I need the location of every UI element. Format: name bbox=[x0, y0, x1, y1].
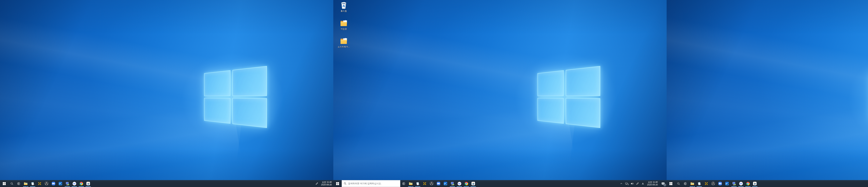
arrows-app-button[interactable] bbox=[421, 180, 428, 187]
ink-workspace-button[interactable] bbox=[314, 180, 319, 187]
chrome-button[interactable] bbox=[463, 180, 470, 187]
chrome-button[interactable] bbox=[78, 180, 85, 187]
taskbar-spacer bbox=[758, 180, 868, 187]
whale-browser-icon bbox=[458, 182, 461, 186]
taskbar-clock[interactable]: 오전 11:402020-09-20 bbox=[319, 180, 333, 187]
network-icon bbox=[625, 182, 628, 185]
desktop-icon-folder-software[interactable]: 소프트웨어... bbox=[335, 37, 352, 48]
folder-icon bbox=[340, 19, 348, 27]
notepad-icon bbox=[698, 182, 701, 186]
obs-studio-icon bbox=[430, 182, 433, 185]
zoom-camera-icon bbox=[52, 182, 55, 185]
triple-monitor-desktop: 오전 11:402020-09-20 bbox=[0, 0, 868, 187]
file-explorer-icon bbox=[24, 182, 28, 186]
desktop-icon-label: 휴지통 bbox=[341, 10, 347, 12]
task-view-button[interactable] bbox=[682, 180, 689, 187]
obs-studio-button[interactable] bbox=[710, 180, 717, 187]
clock-time: 오전 11:40 bbox=[648, 181, 658, 184]
chrome-icon bbox=[80, 182, 83, 185]
chevron-up-icon bbox=[620, 182, 623, 185]
desktop-icon-recycle-bin[interactable]: 휴지통 bbox=[335, 1, 352, 12]
search-icon bbox=[677, 182, 680, 185]
file-explorer-icon bbox=[690, 182, 694, 186]
chrome-icon bbox=[746, 182, 750, 185]
java-app-button[interactable] bbox=[85, 180, 92, 187]
search-button[interactable] bbox=[675, 180, 682, 187]
ink-workspace-button[interactable] bbox=[635, 180, 640, 187]
pen-icon bbox=[636, 182, 639, 185]
notification-badge: 3 bbox=[663, 184, 666, 186]
arrows-app-button[interactable] bbox=[36, 180, 43, 187]
whiteboard-button[interactable] bbox=[57, 180, 64, 187]
desktop-icon-folder-work[interactable]: 작업중 bbox=[335, 19, 352, 30]
yellow-arrows-icon bbox=[705, 182, 708, 185]
wallpaper bbox=[666, 0, 868, 187]
arrows-app-button[interactable] bbox=[703, 180, 710, 187]
file-explorer-button[interactable] bbox=[689, 180, 696, 187]
clock-time: 오전 11:40 bbox=[322, 181, 332, 184]
task-view-button[interactable] bbox=[400, 180, 407, 187]
windows-logo-icon bbox=[3, 182, 6, 185]
chrome-button[interactable] bbox=[744, 180, 751, 187]
taskbar-search-input[interactable]: 검색하려면 여기에 입력하십시오. bbox=[342, 180, 400, 187]
zoom-button[interactable] bbox=[50, 180, 57, 187]
whiteboard-button[interactable] bbox=[723, 180, 731, 187]
java-coffee-icon bbox=[86, 182, 90, 185]
computer-app-button[interactable] bbox=[449, 180, 456, 187]
start-button[interactable] bbox=[333, 180, 342, 187]
java-app-button[interactable] bbox=[751, 180, 758, 187]
yellow-arrows-icon bbox=[423, 182, 427, 185]
zoom-button[interactable] bbox=[717, 180, 723, 187]
vignette bbox=[666, 0, 868, 187]
yellow-arrows-icon bbox=[38, 182, 41, 185]
monitor-right: 오전 11:402020-09-20 bbox=[666, 0, 868, 187]
obs-studio-icon bbox=[44, 182, 49, 185]
task-view-icon bbox=[684, 182, 687, 185]
action-center-button[interactable]: 3 bbox=[659, 180, 666, 187]
ime-label: A bbox=[642, 182, 644, 185]
search-button[interactable] bbox=[8, 180, 15, 187]
notepad-button[interactable] bbox=[696, 180, 703, 187]
notepad-button[interactable] bbox=[29, 180, 36, 187]
pen-icon bbox=[315, 182, 318, 185]
search-placeholder: 검색하려면 여기에 입력하십시오. bbox=[348, 182, 381, 185]
whale-browser-button[interactable] bbox=[456, 180, 463, 187]
windows-logo-icon bbox=[336, 182, 339, 185]
computer-app-button[interactable] bbox=[64, 180, 71, 187]
desktop-icon-label: 소프트웨어... bbox=[338, 45, 350, 48]
zoom-camera-icon bbox=[718, 182, 722, 185]
whiteboard-pen-icon bbox=[725, 182, 729, 185]
taskbar-left: 오전 11:402020-09-20 bbox=[0, 180, 333, 187]
file-explorer-button[interactable] bbox=[407, 180, 414, 187]
java-coffee-icon bbox=[753, 182, 757, 185]
taskbar-center: 검색하려면 여기에 입력하십시오.A오전 11:402020-09-203 bbox=[333, 180, 666, 187]
obs-studio-button[interactable] bbox=[43, 180, 50, 187]
whale-browser-button[interactable] bbox=[71, 180, 78, 187]
java-app-button[interactable] bbox=[470, 180, 477, 187]
taskbar-spacer bbox=[477, 180, 619, 187]
java-coffee-icon bbox=[471, 182, 475, 185]
task-view-button[interactable] bbox=[15, 180, 22, 187]
whale-browser-icon bbox=[739, 182, 743, 186]
search-icon bbox=[344, 182, 346, 185]
computer-app-button[interactable] bbox=[731, 180, 738, 187]
notepad-button[interactable] bbox=[414, 180, 421, 187]
start-button[interactable] bbox=[0, 180, 8, 187]
notepad-icon bbox=[31, 182, 35, 186]
desktop-icons: 휴지통 작업중 bbox=[335, 1, 352, 48]
network-button[interactable] bbox=[624, 180, 629, 187]
zoom-button[interactable] bbox=[435, 180, 442, 187]
volume-button[interactable] bbox=[629, 180, 635, 187]
whale-browser-button[interactable] bbox=[738, 180, 744, 187]
obs-studio-button[interactable] bbox=[428, 180, 435, 187]
file-explorer-button[interactable] bbox=[22, 180, 29, 187]
task-view-icon bbox=[402, 182, 405, 185]
taskbar-clock[interactable]: 오전 11:402020-09-20 bbox=[646, 180, 659, 187]
clock-date: 2020-09-20 bbox=[321, 184, 332, 186]
ime-mode-indicator[interactable]: A bbox=[640, 180, 646, 187]
start-button[interactable] bbox=[666, 180, 675, 187]
whiteboard-button[interactable] bbox=[442, 180, 449, 187]
whale-browser-icon bbox=[72, 182, 76, 186]
hidden-icons-button[interactable] bbox=[619, 180, 624, 187]
vignette bbox=[0, 0, 333, 187]
